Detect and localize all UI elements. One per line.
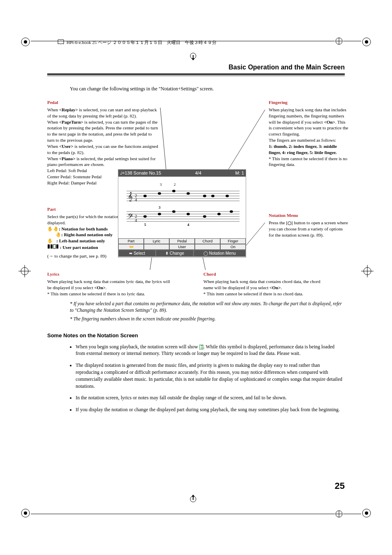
val-pedal: User: [169, 244, 195, 250]
svg-point-53: [158, 192, 161, 195]
footnote: * The fingering numbers shown in the scr…: [70, 316, 345, 322]
svg-text:4: 4: [187, 223, 189, 227]
svg-text:2: 2: [174, 182, 176, 187]
svg-point-52: [143, 195, 147, 197]
list-item: When you begin song playback, the notati…: [76, 343, 345, 357]
tab-pedal: Pedal: [169, 238, 195, 244]
val-lyric: [144, 244, 169, 250]
fingering-note: * This item cannot be selected if there …: [269, 156, 349, 168]
btn-change: ⬍ Change: [156, 250, 193, 257]
footnotes: * If you have selected a part that conta…: [70, 301, 345, 322]
svg-text:3: 3: [160, 182, 162, 187]
pedal-line: When <Piano> is selected, the pedal sett…: [47, 156, 158, 168]
svg-point-65: [230, 210, 233, 213]
svg-point-54: [172, 190, 175, 192]
list-item: The displayed notation is generated from…: [76, 362, 345, 389]
pedal-line: When <User> is selected, you can use the…: [47, 143, 158, 156]
footnote: * If you have selected a part that conta…: [70, 301, 345, 313]
svg-point-62: [187, 213, 190, 215]
tab-part: Part: [118, 238, 144, 244]
svg-text:𝄞: 𝄞: [128, 192, 133, 202]
intro-text: You can change the following settings in…: [70, 86, 345, 92]
loading-icon: ⌛: [199, 345, 203, 350]
svg-text:𝄢: 𝄢: [128, 212, 133, 221]
crop-mark-icon: [21, 37, 30, 47]
notation-screen: ♩=138 Sonate No.15 4/4 M: 1 𝄞 𝄢 24 24 5 …: [118, 169, 246, 258]
svg-point-56: [203, 195, 206, 197]
lyrics-note: * This item cannot be selected if there …: [47, 291, 171, 297]
svg-line-27: [226, 110, 265, 173]
callout-fingering: Fingering When playing back song data th…: [269, 99, 349, 168]
btn-notation-menu: ◯ Notation Menu: [194, 250, 246, 257]
screen-title: ♩=138 Sonate No.15: [120, 170, 161, 176]
tab-finger: Finger: [220, 238, 246, 244]
screen-timesig: 4/4: [195, 170, 201, 176]
callout-lyrics: Lyrics When playing back song data that …: [47, 271, 171, 297]
chord-line: When playing back song data that contain…: [203, 279, 327, 291]
circle-button-icon: [288, 221, 291, 225]
chord-title: Chord: [203, 271, 327, 277]
chord-note: * This item cannot be selected if there …: [203, 291, 327, 297]
fingering-line: When playing back song data that include…: [269, 107, 349, 137]
svg-rect-34: [53, 244, 55, 249]
hand-right-icon: 🤚: [55, 232, 61, 237]
page-title: Basic Operation and the Main Screen: [47, 64, 345, 71]
svg-point-55: [187, 192, 190, 195]
registration-cross-icon: [18, 265, 31, 277]
user-part-icon: [47, 245, 59, 250]
svg-point-60: [158, 213, 161, 215]
svg-point-5: [24, 511, 27, 515]
svg-rect-35: [56, 244, 58, 249]
svg-point-61: [172, 210, 175, 213]
tab-chord: Chord: [195, 238, 220, 244]
book-header-text: HPi-6-e.book 25 ページ ２００５年１１月１５日 火曜日 午後３時…: [67, 39, 217, 46]
notation-menu-title: Notation Menu: [269, 212, 349, 219]
svg-text:5: 5: [144, 223, 146, 227]
svg-point-57: [211, 195, 214, 197]
val-finger: On: [220, 244, 246, 250]
svg-point-64: [217, 213, 221, 215]
svg-point-3: [365, 40, 368, 44]
svg-text:4: 4: [135, 218, 137, 223]
screen-staff: 𝄞 𝄢 24 24 5 3 3 2 4: [118, 177, 246, 238]
callout-chord: Chord When playing back song data that c…: [203, 271, 327, 297]
svg-point-58: [226, 195, 229, 197]
notation-menu-line: Press the [] button to open a screen whe…: [269, 220, 349, 238]
page-number: 25: [335, 481, 345, 491]
screen-bottom: ⬌ Select ⬍ Change ◯ Notation Menu: [118, 250, 246, 257]
fingering-line: The fingers are numbered as follows:: [269, 137, 349, 143]
screen-tabs: Part Lyric Pedal Chord Finger: [118, 238, 246, 244]
pedal-title: Pedal: [47, 99, 158, 106]
val-part: 👐: [118, 244, 144, 250]
svg-rect-32: [48, 244, 50, 249]
crop-mark-icon: [362, 37, 371, 47]
book-icon: [58, 39, 64, 46]
screen-values: 👐 User On: [118, 244, 246, 250]
pedal-line: When <PageTurn> is selected, you can tur…: [47, 119, 158, 143]
lyrics-line: When playing back song data that contain…: [47, 279, 171, 291]
hand-left-icon: ✋: [47, 238, 56, 243]
tab-lyric: Lyric: [144, 238, 169, 244]
footer-ruler: [31, 510, 361, 518]
btn-select: ⬌ Select: [118, 250, 156, 257]
svg-text:4: 4: [135, 197, 137, 202]
svg-text:3: 3: [159, 205, 161, 210]
list-item: In the notation screen, lyrics or notes …: [76, 394, 345, 401]
arrow-down-icon: [188, 53, 198, 62]
screen-measure: M: 1: [235, 170, 244, 176]
registration-cross-icon: [361, 265, 374, 277]
fingering-title: Fingering: [269, 99, 349, 106]
svg-point-1: [24, 40, 27, 44]
callout-notation-menu: Notation Menu Press the [] button to ope…: [269, 212, 349, 238]
crop-mark-icon: [362, 508, 371, 518]
svg-point-63: [203, 215, 206, 218]
arrow-up-icon: [188, 493, 198, 502]
lyrics-title: Lyrics: [47, 271, 171, 277]
title-rule: [47, 74, 345, 76]
fingering-line: 1: thumb, 2: index finger, 3: middle fin…: [269, 143, 349, 156]
notes-list: When you begin song playback, the notati…: [70, 343, 345, 413]
svg-rect-33: [51, 244, 53, 249]
svg-point-59: [143, 215, 147, 218]
book-header: HPi-6-e.book 25 ページ ２００５年１１月１５日 火曜日 午後３時…: [45, 39, 217, 46]
val-chord: [195, 244, 220, 250]
